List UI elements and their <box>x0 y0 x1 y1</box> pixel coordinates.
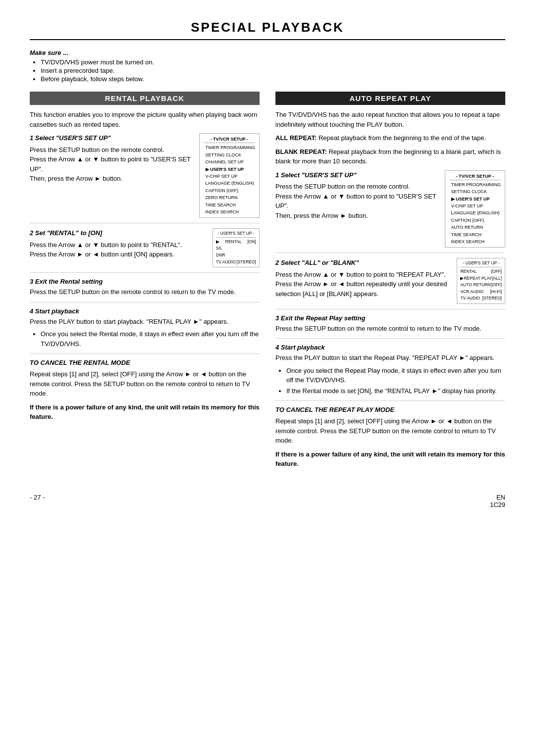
divider <box>30 353 260 354</box>
auto-repeat-step2-menu: - USER'S SET UP - RENTAL[OFF] REPEAT PLA… <box>457 258 505 304</box>
auto-repeat-step2: 2 Select "ALL" or "BLANK" Press the Arro… <box>275 258 505 304</box>
auto-repeat-step1-label: 1 Select "USER'S SET UP" <box>275 170 440 180</box>
menu-title: - USER'S SET UP - <box>216 230 256 238</box>
rental-cancel-text: Repeat steps [1] and [2], select [OFF] u… <box>30 369 260 399</box>
auto-repeat-step1-menu: - TV/VCR SETUP - TIMER PROGRAMMING SETTI… <box>445 170 506 248</box>
menu-item: TIME SEARCH <box>204 202 256 208</box>
rental-section: RENTAL PLAYBACK This function enables yo… <box>30 92 260 474</box>
menu-item: INDEX SEARCH <box>449 238 501 245</box>
rental-step4-label: 4 Start playback <box>30 307 260 315</box>
menu-row: AUTO RETURN[OFF] <box>460 282 502 289</box>
menu-item: TIMER PROGRAMMING <box>449 181 501 188</box>
footer-right: EN 1C29 <box>490 494 505 508</box>
menu-item: V-CHIP SET UP <box>204 173 256 180</box>
menu-item-selected: USER'S SET UP <box>449 196 501 202</box>
menu-item: TIMER PROGRAMMING <box>204 144 256 151</box>
divider <box>30 223 260 223</box>
auto-repeat-step1-text3: Then, press the Arrow ► button. <box>275 211 440 221</box>
menu-item: SETTING CLOCK <box>449 188 501 195</box>
menu-item: CAPTION (OFF) <box>204 187 256 194</box>
menu-item: ZERO RETURN <box>204 194 256 201</box>
auto-repeat-step3: 3 Exit the Repeat Play setting Press the… <box>275 314 505 334</box>
list-item: TV/DVD/VHS power must be turned on. <box>41 58 505 66</box>
rental-cancel-bold: If there is a power failure of any kind,… <box>30 403 260 422</box>
menu-item: LANGUAGE (ENGLISH) <box>204 180 256 187</box>
auto-repeat-all: ALL REPEAT: Repeat playback from the beg… <box>275 133 505 143</box>
auto-repeat-step1-text2: Press the Arrow ▲ or ▼ button to point t… <box>275 192 440 211</box>
menu-title: - TV/VCR SETUP - <box>449 173 501 180</box>
auto-repeat-step1-text1: Press the SETUP button on the remote con… <box>275 182 440 192</box>
rental-cancel-header: TO CANCEL THE RENTAL MODE <box>30 359 260 366</box>
menu-title: - TV/VCR SETUP - <box>204 136 256 143</box>
list-item: Once you select the Repeat Play mode, it… <box>286 366 505 385</box>
rental-step4-bullets: Once you select the Rental mode, it stay… <box>41 329 260 349</box>
footer-code: 1C29 <box>490 501 505 508</box>
auto-repeat-step2-label: 2 Select "ALL" or "BLANK" <box>275 258 452 268</box>
list-item: If the Rental mode is set [ON], the "REN… <box>286 386 505 396</box>
menu-item-selected: USER'S SET UP <box>204 166 256 173</box>
rental-step3-text: Press the SETUP button on the remote con… <box>30 287 260 297</box>
auto-repeat-step3-text: Press the SETUP button on the remote con… <box>275 324 505 334</box>
rental-step1-text2: Press the Arrow ▲ or ▼ button to point t… <box>30 154 194 174</box>
menu-item: SETTING CLOCK <box>204 151 256 158</box>
auto-repeat-section: AUTO REPEAT PLAY The TV/DVD/VHS has the … <box>275 92 505 474</box>
rental-step3-label: 3 Exit the Rental setting <box>30 278 260 285</box>
rental-step1-text1: Press the SETUP button on the remote con… <box>30 145 194 155</box>
rental-step2-menu: - USER'S SET UP - RENTAL[ON] S/L DNR TV … <box>213 228 260 267</box>
divider <box>30 272 260 273</box>
make-sure-label: Make sure ... <box>30 49 505 56</box>
auto-repeat-step2-text1: Press the Arrow ▲ or ▼ button to point t… <box>275 270 452 280</box>
menu-row: RENTAL[OFF] <box>460 268 502 275</box>
menu-item: TIME SEARCH <box>449 231 501 238</box>
menu-row: S/L <box>216 245 256 252</box>
rental-step2: 2 Set "RENTAL" to [ON] Press the Arrow ▲… <box>30 228 260 267</box>
menu-item: CHANNEL SET UP <box>204 158 256 165</box>
rental-step1-text3: Then, press the Arrow ► button. <box>30 174 194 184</box>
rental-cancel: TO CANCEL THE RENTAL MODE Repeat steps [… <box>30 359 260 422</box>
page-footer: - 27 - EN 1C29 <box>30 494 505 508</box>
auto-repeat-step4: 4 Start playback Press the PLAY button t… <box>275 344 505 396</box>
auto-repeat-step2-text2: Press the Arrow ► or ◄ button repeatedly… <box>275 279 452 299</box>
footer-page: - 27 - <box>30 494 45 508</box>
menu-row: DNR <box>216 252 256 259</box>
menu-row: TV AUDIO[STEREO] <box>460 295 502 302</box>
list-item: Before playback, follow steps below. <box>41 75 505 83</box>
rental-step3: 3 Exit the Rental setting Press the SETU… <box>30 278 260 297</box>
menu-row: RENTAL[ON] <box>216 239 256 246</box>
make-sure-list: TV/DVD/VHS power must be turned on. Inse… <box>41 58 505 83</box>
divider <box>30 302 260 302</box>
rental-step1-menu: - TV/VCR SETUP - TIMER PROGRAMMING SETTI… <box>199 133 260 218</box>
menu-item: INDEX SEARCH <box>204 208 256 215</box>
auto-repeat-step4-label: 4 Start playback <box>275 344 505 351</box>
list-item: Once you select the Rental mode, it stay… <box>41 329 260 349</box>
auto-repeat-header: AUTO REPEAT PLAY <box>275 92 505 105</box>
menu-row: TV AUDIO[STEREO] <box>216 259 256 266</box>
list-item: Insert a prerecorded tape. <box>41 67 505 74</box>
divider <box>275 309 505 309</box>
auto-repeat-step4-text1: Press the PLAY button to start the Repea… <box>275 353 505 363</box>
auto-repeat-cancel-bold: If there is a power failure of any kind,… <box>275 450 505 469</box>
menu-title: - USER'S SET UP - <box>460 260 502 267</box>
rental-step2-label: 2 Set "RENTAL" to [ON] <box>30 228 208 238</box>
menu-row: VCR AUDIO[HI-FI] <box>460 289 502 296</box>
menu-row-selected: REPEAT PLAY[ALL] <box>460 275 502 282</box>
menu-item: V-CHIP SET UP <box>449 202 501 209</box>
rental-intro: This function enables you to improve the… <box>30 110 260 129</box>
footer-lang: EN <box>490 494 505 501</box>
auto-repeat-step1: 1 Select "USER'S SET UP" Press the SETUP… <box>275 170 505 248</box>
rental-step1-label: 1 Select "USER'S SET UP" <box>30 133 194 143</box>
auto-repeat-intro: The TV/DVD/VHS has the auto repeat funct… <box>275 110 505 129</box>
auto-repeat-cancel: TO CANCEL THE REPEAT PLAY MODE Repeat st… <box>275 406 505 469</box>
page-title: SPECIAL PLAYBACK <box>30 20 505 40</box>
auto-repeat-step3-label: 3 Exit the Repeat Play setting <box>275 314 505 322</box>
menu-item: AUTO RETURN <box>449 224 501 231</box>
divider <box>275 401 505 401</box>
rental-step4: 4 Start playback Press the PLAY button t… <box>30 307 260 349</box>
make-sure-section: Make sure ... TV/DVD/VHS power must be t… <box>30 49 505 83</box>
menu-item: LANGUAGE (ENGLISH) <box>449 209 501 216</box>
auto-repeat-step4-bullets: Once you select the Repeat Play mode, it… <box>286 366 505 396</box>
auto-repeat-blank: BLANK REPEAT: Repeat playback from the b… <box>275 147 505 166</box>
two-column-layout: RENTAL PLAYBACK This function enables yo… <box>30 92 505 474</box>
rental-step4-text1: Press the PLAY button to start playback.… <box>30 317 260 327</box>
rental-step2-text1: Press the Arrow ▲ or ▼ button to point t… <box>30 240 208 250</box>
